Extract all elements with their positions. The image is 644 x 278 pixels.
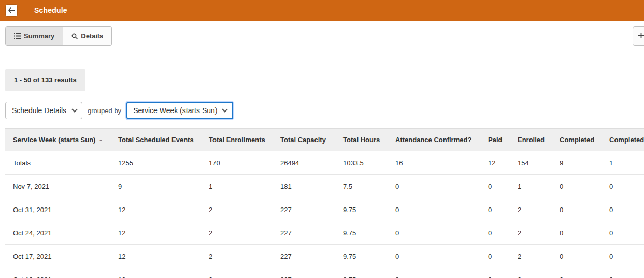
column-header[interactable]: Total Enrollments bbox=[201, 129, 273, 151]
results-count: 1 - 50 of 133 results bbox=[5, 69, 85, 91]
table-row[interactable]: Oct 10, 20211222279.7500200 bbox=[5, 268, 644, 278]
table-cell: 12 bbox=[110, 221, 201, 245]
table-cell: 0 bbox=[602, 268, 644, 278]
summary-tab-label: Summary bbox=[24, 32, 54, 40]
toolbar-divider bbox=[0, 55, 644, 55]
table-cell: Oct 17, 2021 bbox=[5, 245, 110, 268]
table-cell: 0 bbox=[388, 221, 480, 245]
table-cell: 0 bbox=[480, 175, 510, 198]
toolbar: Summary Details A bbox=[0, 21, 644, 51]
top-bar: Schedule bbox=[0, 0, 644, 21]
table-cell: 0 bbox=[388, 198, 480, 221]
group-by-select-value: Service Week (starts Sun) bbox=[133, 106, 217, 115]
table-cell: 0 bbox=[388, 268, 480, 278]
table-cell: 2 bbox=[201, 245, 273, 268]
table-cell: 0 bbox=[388, 245, 480, 268]
table-cell: 2 bbox=[201, 268, 273, 278]
table-cell: 2 bbox=[510, 198, 552, 221]
table-cell: 0 bbox=[602, 245, 644, 268]
table-cell: 0 bbox=[552, 268, 602, 278]
table-cell: 9.75 bbox=[335, 198, 388, 221]
table-cell: 170 bbox=[201, 151, 273, 175]
table-cell: 227 bbox=[273, 268, 335, 278]
grouped-by-label: grouped by bbox=[88, 107, 121, 115]
table-cell: Totals bbox=[5, 151, 110, 175]
column-header[interactable]: Completed bbox=[602, 129, 644, 151]
column-header[interactable]: Service Week (starts Sun)⌄ bbox=[5, 129, 110, 151]
table-cell: 7.5 bbox=[335, 175, 388, 198]
table-row[interactable]: Oct 31, 20211222279.7500200 bbox=[5, 198, 644, 221]
table-cell: 9.75 bbox=[335, 268, 388, 278]
details-tab-label: Details bbox=[81, 32, 103, 40]
plus-icon bbox=[638, 32, 644, 40]
table-cell: 1 bbox=[602, 151, 644, 175]
table-cell: 0 bbox=[552, 198, 602, 221]
back-button[interactable] bbox=[5, 4, 18, 17]
column-header[interactable]: Total Hours bbox=[335, 129, 388, 151]
table-cell: Oct 31, 2021 bbox=[5, 198, 110, 221]
column-header[interactable]: Paid bbox=[480, 129, 510, 151]
view-select[interactable]: Schedule Details bbox=[5, 102, 82, 119]
table-cell: 2 bbox=[201, 198, 273, 221]
table-header-row: Service Week (starts Sun)⌄Total Schedule… bbox=[5, 129, 644, 151]
details-tab-button[interactable]: Details bbox=[63, 26, 112, 46]
table-cell: 1 bbox=[201, 175, 273, 198]
summary-tab-button[interactable]: Summary bbox=[5, 26, 63, 46]
table-row[interactable]: Nov 7, 2021911817.500100 bbox=[5, 175, 644, 198]
table-cell: 227 bbox=[273, 221, 335, 245]
table-cell: 16 bbox=[388, 151, 480, 175]
sort-caret-icon: ⌄ bbox=[98, 135, 103, 143]
table-row[interactable]: Totals1255170264941033.5161215491 bbox=[5, 151, 644, 175]
table-row[interactable]: Oct 17, 20211222279.7500200 bbox=[5, 245, 644, 268]
table-cell: 9.75 bbox=[335, 245, 388, 268]
table-cell: Oct 24, 2021 bbox=[5, 221, 110, 245]
table-cell: 0 bbox=[602, 175, 644, 198]
schedule-table-container: Service Week (starts Sun)⌄Total Schedule… bbox=[5, 128, 644, 278]
table-cell: 0 bbox=[480, 268, 510, 278]
group-by-select[interactable]: Service Week (starts Sun) bbox=[126, 102, 233, 119]
view-toggle-group: Summary Details bbox=[5, 26, 112, 46]
table-cell: 181 bbox=[273, 175, 335, 198]
table-cell: 12 bbox=[110, 268, 201, 278]
table-cell: 0 bbox=[552, 175, 602, 198]
table-cell: 0 bbox=[552, 245, 602, 268]
page-title: Schedule bbox=[34, 6, 67, 15]
add-button[interactable]: A bbox=[633, 26, 644, 46]
column-header[interactable]: Attendance Confirmed? bbox=[388, 129, 480, 151]
table-cell: 12 bbox=[110, 245, 201, 268]
table-cell: 2 bbox=[510, 245, 552, 268]
table-cell: Nov 7, 2021 bbox=[5, 175, 110, 198]
table-cell: 12 bbox=[480, 151, 510, 175]
table-cell: 227 bbox=[273, 198, 335, 221]
table-cell: 2 bbox=[510, 268, 552, 278]
filter-row: Schedule Details grouped by Service Week… bbox=[5, 102, 644, 119]
table-cell: 2 bbox=[510, 221, 552, 245]
table-cell: 1255 bbox=[110, 151, 201, 175]
table-cell: 2 bbox=[201, 221, 273, 245]
table-cell: 0 bbox=[602, 198, 644, 221]
table-cell: 0 bbox=[480, 245, 510, 268]
table-cell: 0 bbox=[480, 198, 510, 221]
list-icon bbox=[14, 33, 21, 39]
table-cell: 154 bbox=[510, 151, 552, 175]
column-header[interactable]: Enrolled bbox=[510, 129, 552, 151]
back-arrow-icon bbox=[8, 7, 15, 13]
table-cell: 0 bbox=[480, 221, 510, 245]
table-cell: 9 bbox=[552, 151, 602, 175]
view-select-value: Schedule Details bbox=[12, 106, 66, 115]
table-cell: 227 bbox=[273, 245, 335, 268]
search-icon bbox=[71, 33, 78, 39]
chevron-down-icon bbox=[222, 106, 228, 112]
column-header[interactable]: Total Capacity bbox=[273, 129, 335, 151]
column-header[interactable]: Total Scheduled Events bbox=[110, 129, 201, 151]
table-cell: 0 bbox=[552, 221, 602, 245]
table-cell: 9.75 bbox=[335, 221, 388, 245]
table-body: Totals1255170264941033.5161215491Nov 7, … bbox=[5, 151, 644, 278]
table-cell: 26494 bbox=[273, 151, 335, 175]
table-cell: 9 bbox=[110, 175, 201, 198]
column-header[interactable]: Completed bbox=[552, 129, 602, 151]
table-cell: Oct 10, 2021 bbox=[5, 268, 110, 278]
table-row[interactable]: Oct 24, 20211222279.7500200 bbox=[5, 221, 644, 245]
table-cell: 12 bbox=[110, 198, 201, 221]
table-cell: 0 bbox=[388, 175, 480, 198]
